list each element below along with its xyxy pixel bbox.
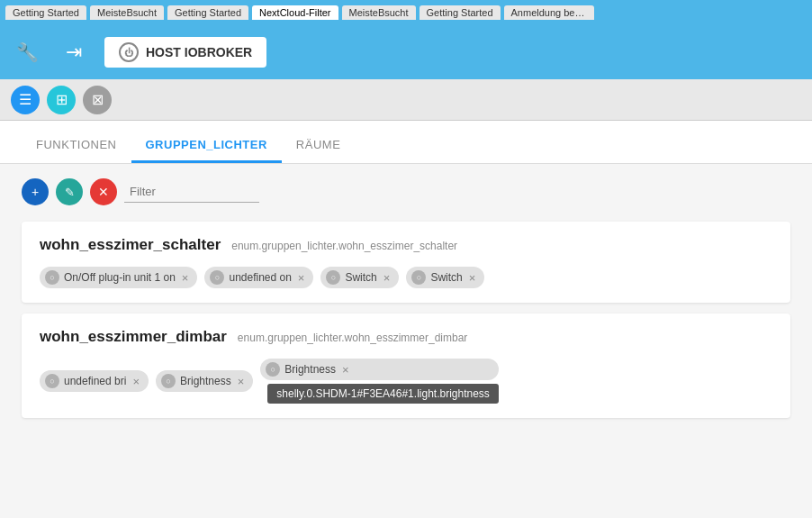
tag-chip-3: ○ Switch × xyxy=(320,267,399,288)
host-button[interactable]: ⏻ HOST IOBROKER xyxy=(104,37,266,68)
browser-tab-bar: Getting Started MeisteBsucht Getting Sta… xyxy=(0,0,812,25)
tag-close-4[interactable]: × xyxy=(469,272,476,284)
tag-label-2: undefined on xyxy=(229,271,291,284)
browser-tab-5[interactable]: MeisteBsucht xyxy=(342,5,416,20)
edit-icon: ✎ xyxy=(65,186,75,199)
signin-icon: ⇥ xyxy=(66,41,82,64)
group-title-row-dimbar: wohn_esszimmer_dimbar enum.gruppen_licht… xyxy=(40,328,772,346)
browser-tab-7[interactable]: Anmeldung bei Amaz... xyxy=(504,5,594,20)
tag-close-1[interactable]: × xyxy=(182,272,189,284)
tag-label-d3: Brightness xyxy=(284,363,336,376)
tag-icon-d2: ○ xyxy=(161,374,176,388)
add-icon: + xyxy=(32,185,39,199)
list-icon: ☰ xyxy=(19,91,32,108)
browser-tab-1[interactable]: Getting Started xyxy=(5,5,86,20)
toolbar-row: ☰ ⊞ ⊠ xyxy=(0,79,812,121)
group-name-schalter: wohn_esszimer_schalter xyxy=(40,236,221,254)
main-content: + ✎ ✕ wohn_esszimer_schalter enum.gruppe… xyxy=(0,164,812,518)
signin-button[interactable]: ⇥ xyxy=(58,36,90,68)
tag-chip-1: ○ On/Off plug-in unit 1 on × xyxy=(40,267,197,288)
filter-row: + ✎ ✕ xyxy=(22,178,790,205)
tag-close-d1[interactable]: × xyxy=(132,376,140,387)
app-header: 🔧 ⇥ ⏻ HOST IOBROKER xyxy=(0,25,812,79)
host-label: HOST IOBROKER xyxy=(146,45,252,59)
delete-button[interactable]: ✕ xyxy=(90,178,117,205)
wrench-button[interactable]: 🔧 xyxy=(11,36,43,68)
tag-label-4: Switch xyxy=(430,271,462,284)
tag-icon-3: ○ xyxy=(326,270,340,285)
tag-close-d2[interactable]: × xyxy=(238,376,245,387)
group-enum-schalter: enum.gruppen_lichter.wohn_esszimer_schal… xyxy=(231,240,457,252)
copy-button[interactable]: ⊞ xyxy=(47,86,76,114)
edit-button[interactable]: ✎ xyxy=(56,178,83,205)
tag-chip-d2: ○ Brightness × xyxy=(156,370,253,392)
tag-icon-d1: ○ xyxy=(45,374,59,388)
tab-raume[interactable]: RÄUME xyxy=(282,127,355,163)
tab-gruppen-lichter[interactable]: GRUPPEN_LICHTER xyxy=(131,127,282,163)
filter-input[interactable] xyxy=(124,181,259,203)
add-button[interactable]: + xyxy=(22,178,49,205)
tag-close-d3[interactable]: × xyxy=(342,364,349,376)
wrench-icon: 🔧 xyxy=(16,41,39,63)
copy-icon: ⊞ xyxy=(56,91,68,108)
group-name-dimbar: wohn_esszimmer_dimbar xyxy=(40,328,227,346)
group-card-dimbar: wohn_esszimmer_dimbar enum.gruppen_licht… xyxy=(22,314,790,418)
group-title-row-schalter: wohn_esszimer_schalter enum.gruppen_lich… xyxy=(40,236,772,254)
tag-label-1: On/Off plug-in unit 1 on xyxy=(64,271,176,284)
browser-tab-3[interactable]: Getting Started xyxy=(167,5,248,20)
tag-icon-4: ○ xyxy=(411,270,426,285)
tabs-row: FUNKTIONEN GRUPPEN_LICHTER RÄUME xyxy=(0,121,812,164)
tag-chip-d1: ○ undefined bri × xyxy=(40,370,149,392)
tab-funktionen[interactable]: FUNKTIONEN xyxy=(22,127,131,163)
tag-icon-1: ○ xyxy=(45,270,59,285)
tag-chip-d3: ○ Brightness × xyxy=(260,359,499,380)
list-button[interactable]: ☰ xyxy=(11,86,40,114)
tags-row-schalter: ○ On/Off plug-in unit 1 on × ○ undefined… xyxy=(40,267,772,288)
tooltip-brightness: shelly.0.SHDM-1#F3EA46#1.light.brightnes… xyxy=(267,384,499,404)
group-card-schalter: wohn_esszimer_schalter enum.gruppen_lich… xyxy=(22,222,790,303)
browser-tab-4[interactable]: NextCloud-Filter xyxy=(252,5,338,20)
tag-close-3[interactable]: × xyxy=(383,272,391,284)
tag-icon-d3: ○ xyxy=(266,362,280,377)
group-enum-dimbar: enum.gruppen_lichter.wohn_esszimmer_dimb… xyxy=(238,332,467,344)
tag-chip-4: ○ Switch × xyxy=(406,267,484,288)
exit-button[interactable]: ⊠ xyxy=(83,86,112,114)
tag-label-d2: Brightness xyxy=(180,375,231,387)
tag-label-d1: undefined bri xyxy=(64,375,126,387)
exit-icon: ⊠ xyxy=(92,91,104,108)
host-icon: ⏻ xyxy=(119,42,139,62)
tag-label-3: Switch xyxy=(345,271,376,284)
tag-icon-2: ○ xyxy=(210,270,224,285)
tag-close-2[interactable]: × xyxy=(298,272,305,284)
delete-icon: ✕ xyxy=(98,185,109,199)
browser-tab-6[interactable]: Getting Started xyxy=(420,5,501,20)
tags-row-dimbar: ○ undefined bri × ○ Brightness × ○ Brigh… xyxy=(40,359,772,404)
browser-tab-2[interactable]: MeisteBsucht xyxy=(90,5,164,20)
tag-chip-2: ○ undefined on × xyxy=(204,267,313,288)
